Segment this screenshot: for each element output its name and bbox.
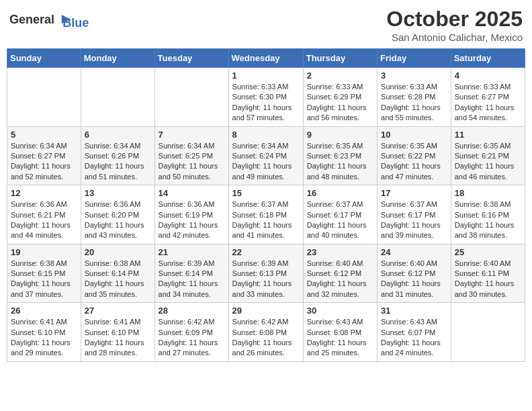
calendar-day-cell: 16Sunrise: 6:37 AMSunset: 6:17 PMDayligh… [303,185,377,244]
calendar-week-row: 19Sunrise: 6:38 AMSunset: 6:15 PMDayligh… [7,244,525,303]
day-number: 14 [159,188,225,198]
calendar-day-cell: 17Sunrise: 6:37 AMSunset: 6:17 PMDayligh… [378,185,451,244]
calendar-header-row: SundayMondayTuesdayWednesdayThursdayFrid… [7,49,525,68]
day-number: 24 [381,247,447,257]
calendar-day-cell: 7Sunrise: 6:34 AMSunset: 6:25 PMDaylight… [154,126,228,185]
location-title: San Antonio Calichar, Mexico [386,32,523,43]
day-number: 22 [232,247,300,257]
day-number: 31 [381,306,447,316]
day-number: 3 [381,71,447,81]
day-number: 17 [381,188,447,198]
day-info: Sunrise: 6:40 AMSunset: 6:12 PMDaylight:… [381,259,447,300]
day-info: Sunrise: 6:33 AMSunset: 6:27 PMDaylight:… [455,82,521,124]
calendar-day-cell [451,303,525,362]
day-info: Sunrise: 6:41 AMSunset: 6:10 PMDaylight:… [11,317,77,359]
day-number: 2 [307,71,373,81]
calendar-day-cell: 25Sunrise: 6:40 AMSunset: 6:11 PMDayligh… [451,244,525,303]
calendar-day-cell: 10Sunrise: 6:35 AMSunset: 6:22 PMDayligh… [378,126,451,185]
day-info: Sunrise: 6:35 AMSunset: 6:23 PMDaylight:… [307,141,373,183]
day-info: Sunrise: 6:36 AMSunset: 6:19 PMDaylight:… [159,199,225,241]
calendar-day-cell: 30Sunrise: 6:43 AMSunset: 6:08 PMDayligh… [303,303,377,362]
logo: General ► Blue [9,7,89,30]
day-info: Sunrise: 6:38 AMSunset: 6:14 PMDaylight:… [85,259,151,300]
day-info: Sunrise: 6:41 AMSunset: 6:10 PMDaylight:… [85,317,151,359]
day-info: Sunrise: 6:37 AMSunset: 6:18 PMDaylight:… [232,199,300,241]
day-number: 18 [455,188,521,198]
calendar-day-header: Tuesday [154,49,228,68]
day-info: Sunrise: 6:43 AMSunset: 6:07 PMDaylight:… [381,317,447,359]
calendar-day-cell: 4Sunrise: 6:33 AMSunset: 6:27 PMDaylight… [451,68,525,127]
day-info: Sunrise: 6:39 AMSunset: 6:14 PMDaylight:… [159,259,225,300]
calendar-day-cell: 23Sunrise: 6:40 AMSunset: 6:12 PMDayligh… [303,244,377,303]
day-number: 29 [232,306,300,316]
logo-general: General [9,13,54,26]
calendar-day-cell [81,68,154,127]
calendar-day-header: Monday [81,49,154,68]
day-number: 28 [159,306,225,316]
day-info: Sunrise: 6:40 AMSunset: 6:11 PMDaylight:… [455,259,521,300]
calendar-day-cell [7,68,81,127]
calendar-day-cell: 5Sunrise: 6:34 AMSunset: 6:27 PMDaylight… [7,126,81,185]
calendar-day-header: Wednesday [228,49,303,68]
calendar-day-cell: 9Sunrise: 6:35 AMSunset: 6:23 PMDaylight… [303,126,377,185]
day-info: Sunrise: 6:36 AMSunset: 6:21 PMDaylight:… [11,199,77,241]
calendar-day-cell: 18Sunrise: 6:38 AMSunset: 6:16 PMDayligh… [451,185,525,244]
calendar-day-cell: 19Sunrise: 6:38 AMSunset: 6:15 PMDayligh… [7,244,81,303]
day-number: 16 [307,188,373,198]
page-header: General ► Blue October 2025 San Antonio … [7,7,525,43]
day-number: 19 [11,247,77,257]
day-info: Sunrise: 6:33 AMSunset: 6:28 PMDaylight:… [381,82,447,124]
day-info: Sunrise: 6:37 AMSunset: 6:17 PMDaylight:… [307,199,373,241]
day-number: 5 [11,130,77,140]
day-number: 27 [85,306,151,316]
day-number: 7 [159,130,225,140]
calendar-day-header: Thursday [303,49,377,68]
day-info: Sunrise: 6:36 AMSunset: 6:20 PMDaylight:… [85,199,151,241]
calendar-day-cell: 14Sunrise: 6:36 AMSunset: 6:19 PMDayligh… [154,185,228,244]
calendar-day-cell: 11Sunrise: 6:35 AMSunset: 6:21 PMDayligh… [451,126,525,185]
day-number: 13 [85,188,151,198]
calendar-day-cell: 2Sunrise: 6:33 AMSunset: 6:29 PMDaylight… [303,68,377,127]
day-number: 25 [455,247,521,257]
calendar-day-cell [154,68,228,127]
calendar-week-row: 26Sunrise: 6:41 AMSunset: 6:10 PMDayligh… [7,303,525,362]
day-info: Sunrise: 6:34 AMSunset: 6:26 PMDaylight:… [85,141,151,183]
month-title: October 2025 [386,7,523,32]
calendar-day-cell: 12Sunrise: 6:36 AMSunset: 6:21 PMDayligh… [7,185,81,244]
day-number: 8 [232,130,300,140]
day-number: 23 [307,247,373,257]
calendar-table: SundayMondayTuesdayWednesdayThursdayFrid… [7,48,525,362]
calendar-day-cell: 24Sunrise: 6:40 AMSunset: 6:12 PMDayligh… [378,244,451,303]
calendar-day-cell: 29Sunrise: 6:42 AMSunset: 6:08 PMDayligh… [228,303,303,362]
calendar-day-cell: 31Sunrise: 6:43 AMSunset: 6:07 PMDayligh… [378,303,451,362]
day-number: 4 [455,71,521,81]
day-number: 20 [85,247,151,257]
day-number: 12 [11,188,77,198]
day-number: 1 [232,71,300,81]
day-info: Sunrise: 6:38 AMSunset: 6:16 PMDaylight:… [455,199,521,241]
calendar-day-cell: 22Sunrise: 6:39 AMSunset: 6:13 PMDayligh… [228,244,303,303]
calendar-day-cell: 28Sunrise: 6:42 AMSunset: 6:09 PMDayligh… [154,303,228,362]
calendar-day-cell: 8Sunrise: 6:34 AMSunset: 6:24 PMDaylight… [228,126,303,185]
day-number: 11 [455,130,521,140]
day-number: 30 [307,306,373,316]
calendar-day-cell: 20Sunrise: 6:38 AMSunset: 6:14 PMDayligh… [81,244,154,303]
day-info: Sunrise: 6:43 AMSunset: 6:08 PMDaylight:… [307,317,373,359]
day-number: 6 [85,130,151,140]
day-info: Sunrise: 6:40 AMSunset: 6:12 PMDaylight:… [307,259,373,300]
day-number: 10 [381,130,447,140]
calendar-day-cell: 6Sunrise: 6:34 AMSunset: 6:26 PMDaylight… [81,126,154,185]
calendar-day-header: Sunday [7,49,81,68]
calendar-day-header: Saturday [451,49,525,68]
day-info: Sunrise: 6:34 AMSunset: 6:25 PMDaylight:… [159,141,225,183]
calendar-day-cell: 27Sunrise: 6:41 AMSunset: 6:10 PMDayligh… [81,303,154,362]
day-info: Sunrise: 6:38 AMSunset: 6:15 PMDaylight:… [11,259,77,300]
day-info: Sunrise: 6:42 AMSunset: 6:08 PMDaylight:… [232,317,300,359]
day-info: Sunrise: 6:35 AMSunset: 6:22 PMDaylight:… [381,141,447,183]
calendar-day-cell: 26Sunrise: 6:41 AMSunset: 6:10 PMDayligh… [7,303,81,362]
calendar-week-row: 12Sunrise: 6:36 AMSunset: 6:21 PMDayligh… [7,185,525,244]
calendar-day-cell: 13Sunrise: 6:36 AMSunset: 6:20 PMDayligh… [81,185,154,244]
calendar-day-cell: 3Sunrise: 6:33 AMSunset: 6:28 PMDaylight… [378,68,451,127]
day-info: Sunrise: 6:34 AMSunset: 6:24 PMDaylight:… [232,141,300,183]
day-number: 9 [307,130,373,140]
